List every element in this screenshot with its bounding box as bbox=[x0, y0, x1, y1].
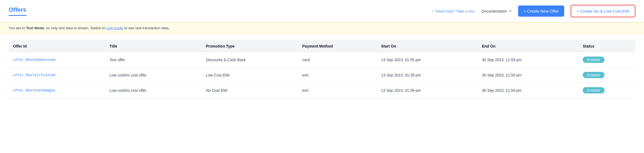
cell-end-on: 30 Sep 2023, 11:59 pm bbox=[478, 52, 578, 67]
cell-promotion-type: Discounts & Cash Back bbox=[202, 52, 298, 67]
table-row: offer_MbkTkZifo32dd6 Low cost/no cost of… bbox=[9, 67, 635, 83]
banner-middle: , so only test data is shown. Switch to bbox=[44, 26, 106, 30]
table-header: Offer Id Title Promotion Type Payment Me… bbox=[9, 40, 635, 52]
cell-offer-id: offer_MbkTkVe9GANQ0z bbox=[9, 83, 105, 98]
page-title: Offers bbox=[9, 6, 26, 16]
cell-end-on: 30 Sep 2023, 11:59 pm bbox=[478, 67, 578, 83]
cell-end-on: 30 Sep 2023, 11:59 pm bbox=[478, 83, 578, 98]
test-mode-banner: You are in Test Mode, so only test data … bbox=[0, 22, 644, 34]
documentation-label: Documentation bbox=[481, 9, 507, 13]
cell-start-on: 13 Sep 2023, 01:55 pm bbox=[377, 52, 478, 67]
banner-mode: Test Mode bbox=[26, 26, 44, 30]
cell-promotion-type: Low Cost EMI bbox=[202, 67, 298, 83]
cell-title: Low cost/no cost offer bbox=[105, 67, 202, 83]
cell-status: Enabled bbox=[578, 67, 635, 83]
table-row: offer_MbkTkVe9GANQ0z Low cost/no cost of… bbox=[9, 83, 635, 98]
status-badge: Enabled bbox=[583, 72, 604, 78]
table-body: offer_MbkkH6Q00vohHw Test offer Discount… bbox=[9, 52, 635, 98]
help-tour-link[interactable]: ♀ Need help? Take a tour bbox=[431, 9, 475, 14]
create-emi-button[interactable]: + Create No & Low Cost EMI bbox=[571, 5, 635, 17]
create-new-offer-button[interactable]: + Create New Offer bbox=[518, 5, 564, 17]
col-header-status: Status bbox=[578, 40, 635, 52]
offers-table: Offer Id Title Promotion Type Payment Me… bbox=[9, 40, 635, 98]
col-header-title: Title bbox=[105, 40, 202, 52]
cell-status: Enabled bbox=[578, 52, 635, 67]
header-actions: ♀ Need help? Take a tour Documentation ↗… bbox=[431, 5, 635, 17]
offer-id-link[interactable]: offer_MbkTkVe9GANQ0z bbox=[13, 89, 56, 93]
col-header-promotion-type: Promotion Type bbox=[202, 40, 298, 52]
cell-offer-id: offer_MbkTkZifo32dd6 bbox=[9, 67, 105, 83]
offers-table-container: Offer Id Title Promotion Type Payment Me… bbox=[0, 34, 644, 105]
banner-prefix: You are in bbox=[9, 26, 26, 30]
cell-promotion-type: No Cost EMI bbox=[202, 83, 298, 98]
header: Offers ♀ Need help? Take a tour Document… bbox=[0, 0, 644, 22]
table-header-row: Offer Id Title Promotion Type Payment Me… bbox=[9, 40, 635, 52]
cell-start-on: 13 Sep 2023, 01:39 pm bbox=[377, 67, 478, 83]
cell-payment-method: emi bbox=[298, 83, 377, 98]
cell-offer-id: offer_MbkkH6Q00vohHw bbox=[9, 52, 105, 67]
cell-status: Enabled bbox=[578, 83, 635, 98]
banner-suffix: to see real transaction data. bbox=[123, 26, 169, 30]
documentation-link[interactable]: Documentation ↗ bbox=[481, 9, 511, 13]
cell-title: Low cost/no cost offer bbox=[105, 83, 202, 98]
page-wrapper: Offers ♀ Need help? Take a tour Document… bbox=[0, 0, 644, 153]
offer-id-link[interactable]: offer_MbkkH6Q00vohHw bbox=[13, 58, 56, 62]
offer-id-link[interactable]: offer_MbkTkZifo32dd6 bbox=[13, 73, 56, 77]
table-row: offer_MbkkH6Q00vohHw Test offer Discount… bbox=[9, 52, 635, 67]
cell-start-on: 13 Sep 2023, 01:39 pm bbox=[377, 83, 478, 98]
help-icon: ♀ bbox=[431, 9, 434, 14]
status-badge: Enabled bbox=[583, 87, 604, 93]
col-header-offer-id: Offer Id bbox=[9, 40, 105, 52]
external-link-icon: ↗ bbox=[509, 9, 512, 13]
col-header-start-on: Start On bbox=[377, 40, 478, 52]
live-mode-link[interactable]: Live mode bbox=[106, 26, 123, 30]
help-tour-label: Need help? Take a tour bbox=[436, 9, 475, 13]
col-header-end-on: End On bbox=[478, 40, 578, 52]
status-badge: Enabled bbox=[583, 57, 604, 63]
cell-title: Test offer bbox=[105, 52, 202, 67]
col-header-payment-method: Payment Method bbox=[298, 40, 377, 52]
cell-payment-method: card bbox=[298, 52, 377, 67]
cell-payment-method: emi bbox=[298, 67, 377, 83]
